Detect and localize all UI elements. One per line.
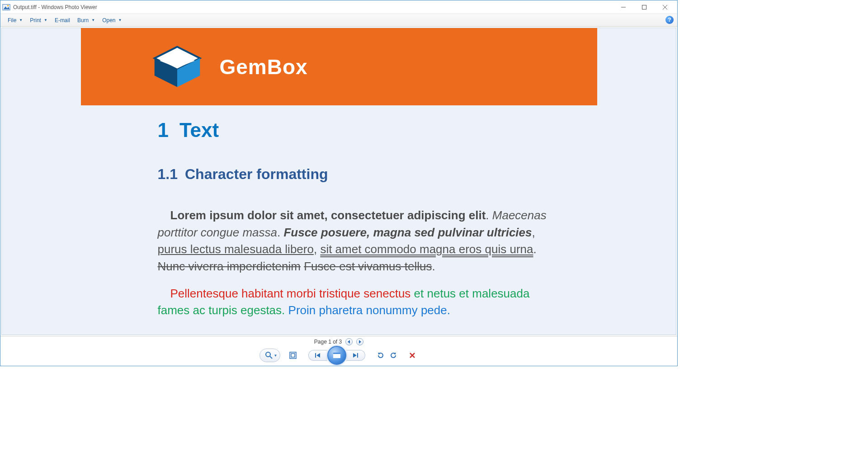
document-body: 1 Text 1.1 Character formatting Lorem ip… (81, 105, 597, 319)
help-icon: ? (668, 17, 671, 23)
h2-text: Character formatting (185, 166, 328, 183)
menu-open[interactable]: Open ▼ (99, 15, 125, 25)
svg-marker-11 (348, 340, 350, 344)
paragraph-1: Lorem ipsum dolor sit amet, consectetuer… (158, 207, 561, 275)
maximize-icon (642, 5, 646, 9)
menu-file-label: File (8, 17, 16, 24)
window-title: Output.tiff - Windows Photo Viewer (13, 4, 97, 10)
slideshow-button[interactable] (327, 346, 346, 365)
menu-file[interactable]: File ▼ (4, 15, 26, 25)
heading-1: 1 Text (158, 119, 561, 142)
p1-underline: purus lectus malesuada libero (158, 242, 314, 256)
chevron-down-icon: ▼ (274, 354, 278, 358)
maximize-button[interactable] (634, 0, 655, 14)
slideshow-icon (332, 352, 341, 359)
magnifier-icon (265, 351, 273, 359)
h1-text: Text (179, 119, 219, 142)
rotate-ccw-button[interactable] (374, 349, 387, 362)
next-page-button[interactable] (356, 338, 363, 345)
menu-burn[interactable]: Burn ▼ (74, 15, 99, 25)
bottom-toolbar: ▼ (0, 347, 677, 366)
heading-2: 1.1 Character formatting (158, 166, 561, 183)
p1-strike-2: Fusce est vivamus tellus (304, 260, 432, 273)
p1-strike-1: Nunc viverra imperdietenim (158, 260, 301, 273)
paragraph-2: Pellentesque habitant morbi tristique se… (158, 285, 561, 319)
menu-open-label: Open (102, 17, 115, 24)
document-header: GemBox (81, 28, 597, 105)
titlebar: Output.tiff - Windows Photo Viewer (0, 0, 677, 14)
h2-number: 1.1 (158, 166, 178, 183)
previous-image-button[interactable] (308, 350, 327, 361)
nav-group (308, 346, 365, 365)
zoom-group: ▼ (259, 349, 280, 362)
menu-email-label: E-mail (55, 17, 70, 24)
svg-rect-16 (291, 354, 295, 357)
next-image-button[interactable] (346, 350, 365, 361)
svg-rect-22 (357, 353, 358, 358)
svg-marker-21 (353, 353, 357, 358)
close-button[interactable] (655, 0, 675, 14)
svg-marker-18 (316, 353, 320, 358)
status-bar: Page 1 of 3 (0, 336, 677, 347)
viewer-area: GemBox 1 Text 1.1 Character formatting L… (1, 28, 676, 335)
p2-red: Pellentesque habitant morbi tristique se… (170, 287, 411, 300)
minimize-button[interactable] (613, 0, 634, 14)
p2-blue: Proin pharetra nonummy pede. (285, 303, 450, 317)
skip-prev-icon (315, 353, 321, 358)
page-indicator: Page 1 of 3 (314, 339, 342, 345)
p1-double-underline: sit amet commodo magna eros quis urna (320, 242, 533, 256)
document-page: GemBox 1 Text 1.1 Character formatting L… (81, 28, 597, 335)
h1-number: 1 (158, 119, 169, 142)
triangle-right-icon (358, 340, 362, 344)
gembox-logo-icon (151, 44, 203, 90)
menu-print-label: Print (30, 17, 41, 24)
rotate-ccw-icon (377, 351, 385, 359)
svg-rect-4 (642, 5, 646, 9)
menu-email[interactable]: E-mail (51, 15, 74, 25)
skip-next-icon (352, 353, 359, 358)
rotate-cw-icon (389, 351, 397, 359)
svg-point-2 (7, 5, 9, 6)
svg-marker-12 (359, 340, 361, 344)
help-button[interactable]: ? (665, 16, 674, 24)
fit-window-button[interactable] (287, 349, 299, 362)
svg-line-14 (270, 356, 272, 359)
delete-x-icon (409, 352, 415, 359)
menu-burn-label: Burn (77, 17, 89, 24)
p1-bolditalic: Fusce posuere, magna sed pulvinar ultric… (283, 226, 532, 239)
prev-page-button[interactable] (345, 338, 353, 345)
menu-print[interactable]: Print ▼ (26, 15, 51, 25)
close-icon (663, 5, 667, 9)
fit-window-icon (289, 351, 297, 359)
brand-name: GemBox (220, 55, 308, 79)
svg-rect-15 (290, 352, 296, 359)
svg-rect-17 (315, 353, 316, 358)
menubar: File ▼ Print ▼ E-mail Burn ▼ Open ▼ ? (0, 14, 677, 27)
p1-bold: Lorem ipsum dolor sit amet, consectetuer… (170, 208, 486, 222)
svg-point-13 (266, 352, 270, 357)
minimize-icon (621, 5, 626, 9)
chevron-down-icon: ▼ (118, 18, 122, 22)
chevron-down-icon: ▼ (19, 18, 23, 22)
app-icon (2, 3, 10, 11)
rotate-cw-button[interactable] (387, 349, 400, 362)
zoom-button[interactable]: ▼ (264, 349, 278, 361)
svg-rect-20 (333, 353, 340, 354)
chevron-down-icon: ▼ (91, 18, 95, 22)
triangle-left-icon (347, 340, 351, 344)
chevron-down-icon: ▼ (44, 18, 47, 22)
delete-button[interactable] (406, 349, 419, 362)
